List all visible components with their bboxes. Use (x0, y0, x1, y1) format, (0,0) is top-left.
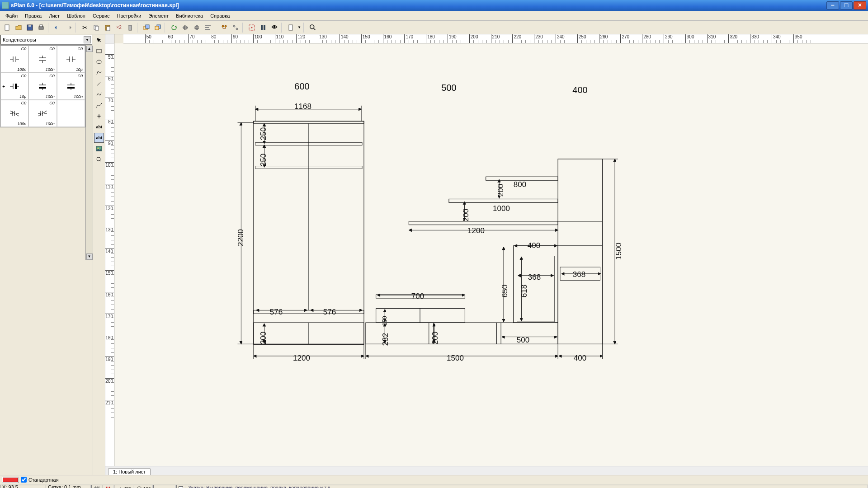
grid-readout: Сетка: 0,1 mmЛупа: 1,58 (46, 485, 91, 488)
library-category-select[interactable]: Конденсаторы ▼ (0, 35, 92, 45)
library-category-label: Конденсаторы (3, 37, 36, 42)
rotate-button[interactable] (169, 22, 179, 33)
library-item[interactable]: C0100n (28, 73, 57, 100)
menu-element[interactable]: Элемент (145, 12, 172, 20)
svg-rect-2 (28, 25, 31, 27)
fill-preview[interactable] (176, 485, 185, 488)
svg-rect-4 (40, 25, 42, 27)
library-scrollbar[interactable]: ▲ ▼ (85, 45, 93, 260)
snap-button[interactable] (246, 22, 257, 33)
svg-point-32 (97, 60, 101, 64)
close-button[interactable]: × (854, 1, 866, 9)
node-tool[interactable] (94, 111, 104, 121)
svg-rect-10 (128, 25, 132, 26)
svg-rect-44 (254, 310, 364, 314)
to-back-button[interactable] (152, 22, 163, 33)
paste-button[interactable] (102, 22, 113, 33)
coord-readout: X: 93,5Y: 151,3 (0, 485, 45, 488)
delete-button[interactable] (125, 22, 136, 33)
menu-help[interactable]: Справка (207, 12, 233, 20)
canvas[interactable]: 6005004001168250250220057657620012008002… (114, 43, 868, 466)
draw-toolstrip: abI abI (93, 34, 105, 475)
layers-button[interactable] (258, 22, 269, 33)
page-button[interactable] (285, 22, 296, 33)
grid-toggle[interactable] (91, 485, 102, 488)
horizontal-ruler: 5060708090100110120130140150160170180190… (123, 34, 868, 43)
svg-point-35 (99, 116, 100, 117)
menu-template[interactable]: Шаблон (63, 12, 89, 20)
align-button[interactable] (203, 22, 213, 33)
svg-rect-25 (264, 25, 265, 30)
sheet-tab[interactable]: 1: Новый лист (108, 468, 151, 475)
magnet-toggle[interactable] (103, 485, 113, 488)
form-standard-checkbox[interactable] (21, 477, 27, 483)
mirror-v-button[interactable] (191, 22, 202, 33)
svg-rect-61 (558, 159, 602, 344)
page-dropdown[interactable]: ▼ (297, 22, 302, 33)
poly-tool[interactable] (94, 68, 104, 78)
svg-rect-9 (129, 26, 132, 30)
to-front-button[interactable] (141, 22, 152, 33)
menu-sheet[interactable]: Лист (45, 12, 63, 20)
mirror-h-button[interactable] (180, 22, 191, 33)
print-button[interactable] (36, 22, 47, 33)
bezier-tool[interactable] (94, 100, 104, 110)
svg-rect-30 (67, 87, 75, 89)
svg-rect-24 (261, 25, 263, 30)
form-standard-label: Стандартная (28, 477, 59, 483)
cut-button[interactable]: ✂ (80, 22, 90, 33)
vertical-ruler: 5060708090100110120130140150160170180190… (105, 43, 114, 466)
rect-tool[interactable] (94, 46, 104, 56)
ungroup-button[interactable] (230, 22, 241, 33)
open-button[interactable] (13, 22, 24, 33)
library-item[interactable]: C0100n (0, 100, 28, 127)
menu-library[interactable]: Библиотека (172, 12, 207, 20)
library-item[interactable]: C0100n (28, 100, 57, 127)
app-icon (2, 2, 9, 9)
svg-point-27 (310, 24, 314, 28)
image-tool[interactable] (94, 144, 104, 154)
library-item[interactable]: C0100n (28, 46, 57, 73)
library-item[interactable]: C0100n (57, 73, 85, 100)
scroll-down-icon[interactable]: ▼ (86, 253, 93, 260)
library-item[interactable]: C010µ (57, 46, 85, 73)
new-button[interactable] (2, 22, 13, 33)
undo-button[interactable] (52, 22, 63, 33)
menubar: Файл Правка Лист Шаблон Сервис Настройки… (0, 11, 868, 21)
library-item[interactable]: +C010µ (0, 73, 28, 100)
line-style-preview[interactable] (153, 485, 176, 488)
menu-file[interactable]: Файл (2, 12, 21, 20)
pointer-tool[interactable] (94, 35, 104, 45)
svg-point-18 (222, 25, 224, 27)
group-button[interactable] (219, 22, 230, 33)
zoom-tool[interactable] (94, 155, 104, 164)
copy-button[interactable] (91, 22, 102, 33)
minimize-button[interactable]: – (826, 1, 839, 9)
curve-tool[interactable] (94, 89, 104, 99)
text-tool[interactable]: abI (94, 122, 104, 132)
label-tool[interactable]: abI (94, 133, 104, 143)
menu-settings[interactable]: Настройки (113, 12, 145, 20)
svg-rect-26 (289, 25, 292, 30)
dropdown-arrow-icon[interactable]: ▼ (84, 36, 91, 43)
svg-rect-6 (95, 26, 99, 30)
menu-edit[interactable]: Правка (21, 12, 45, 20)
redo-button[interactable] (63, 22, 74, 33)
library-item[interactable]: C0100n (0, 46, 28, 73)
zoom-button[interactable] (307, 22, 318, 33)
circle-tool[interactable] (94, 57, 104, 67)
svg-rect-40 (254, 121, 364, 123)
menu-service[interactable]: Сервис (89, 12, 113, 20)
svg-rect-82 (366, 323, 558, 344)
angle-10[interactable]: 10° (134, 485, 153, 488)
library-item[interactable] (57, 100, 85, 127)
angle-45[interactable]: 45° (114, 485, 133, 488)
line-tool[interactable] (94, 79, 104, 89)
search-button[interactable]: 👁 (269, 22, 280, 33)
save-button[interactable] (24, 22, 35, 33)
svg-rect-76 (514, 246, 558, 323)
scroll-up-icon[interactable]: ▲ (86, 46, 93, 52)
maximize-button[interactable]: □ (840, 1, 853, 9)
svg-rect-8 (107, 27, 110, 31)
duplicate-button[interactable]: ×2 (113, 22, 124, 33)
